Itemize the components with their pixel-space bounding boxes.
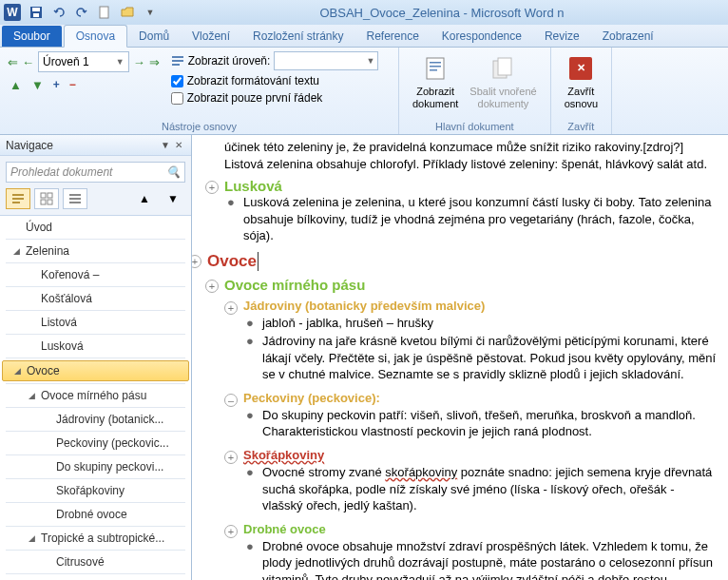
svg-rect-2 bbox=[33, 13, 39, 17]
expand-toggle[interactable] bbox=[224, 451, 238, 464]
bullet-icon: ● bbox=[243, 539, 257, 553]
demote-body-icon[interactable]: ⇒ bbox=[149, 55, 160, 69]
tab-file[interactable]: Soubor bbox=[2, 26, 62, 47]
tab-references[interactable]: Reference bbox=[354, 26, 430, 47]
nav-item-doskupiny[interactable]: Do skupiny peckovi... bbox=[0, 457, 191, 476]
nav-item-drobne[interactable]: Drobné ovoce bbox=[0, 505, 191, 524]
nav-close-icon[interactable]: ✕ bbox=[172, 139, 185, 152]
first-line-only-checkbox[interactable] bbox=[171, 92, 183, 105]
close-outline-button[interactable]: ✕ Zavřít osnovu bbox=[559, 51, 603, 112]
heading-ovoce: Ovoce bbox=[207, 252, 259, 271]
undo-icon[interactable] bbox=[49, 3, 68, 22]
expand-toggle[interactable] bbox=[224, 301, 238, 315]
svg-rect-10 bbox=[430, 69, 437, 71]
tab-layout[interactable]: Rozložení stránky bbox=[241, 26, 354, 47]
move-down-icon[interactable]: ▼ bbox=[31, 78, 44, 92]
promote-icon[interactable]: ← bbox=[22, 55, 34, 69]
nav-item-luskova[interactable]: Lusková bbox=[0, 337, 191, 356]
nav-item-listova[interactable]: Listová bbox=[0, 313, 191, 332]
svg-rect-9 bbox=[430, 66, 441, 68]
tab-mailings[interactable]: Korespondence bbox=[431, 26, 533, 47]
nav-item-citrusove[interactable]: Citrusové bbox=[0, 552, 191, 571]
nav-view-pages[interactable] bbox=[34, 188, 59, 209]
tab-outline[interactable]: Osnova bbox=[64, 25, 127, 48]
navigation-pane: Navigace ▼ ✕ Prohledat dokument 🔍 ▲ ▼ Úv… bbox=[0, 135, 192, 580]
group-label-master: Hlavní dokument bbox=[407, 119, 543, 132]
expand-toggle[interactable] bbox=[224, 394, 238, 407]
nav-search-input[interactable]: Prohledat dokument 🔍 bbox=[6, 162, 185, 183]
nav-item-kostalova[interactable]: Košťálová bbox=[0, 289, 191, 308]
show-level-row: Zobrazit úroveň: ▼ bbox=[171, 51, 379, 70]
nav-next-icon[interactable]: ▼ bbox=[161, 188, 185, 209]
tab-home[interactable]: Domů bbox=[127, 26, 181, 47]
expand-toggle[interactable] bbox=[192, 255, 201, 268]
close-outline-label: Zavřít osnovu bbox=[565, 86, 598, 110]
heading-skorapkoviny: Skořápkoviny bbox=[243, 448, 324, 462]
svg-rect-18 bbox=[41, 200, 46, 204]
nav-view-results[interactable] bbox=[63, 188, 87, 209]
nav-item-peckoviny[interactable]: Peckoviny (peckovic... bbox=[0, 434, 191, 453]
bullet-icon: ● bbox=[224, 195, 238, 209]
move-up-icon[interactable]: ▲ bbox=[10, 78, 22, 92]
nav-prev-icon[interactable]: ▲ bbox=[132, 188, 157, 209]
expand-icon[interactable]: + bbox=[53, 78, 60, 92]
collapse-icon[interactable]: − bbox=[69, 78, 76, 92]
nav-item-ostatni[interactable]: Ostatní druhy bbox=[0, 576, 191, 580]
document-area[interactable]: účinek této zeleniny je, že pravidelná k… bbox=[192, 135, 728, 580]
nav-item-uvod[interactable]: Úvod bbox=[0, 218, 191, 237]
ribbon: ⇐ ← Úroveň 1 ▼ → ⇒ ▲ ▼ + − bbox=[0, 48, 728, 135]
outline-level-value: Úroveň 1 bbox=[43, 55, 89, 68]
close-icon: ✕ bbox=[569, 57, 592, 80]
svg-rect-6 bbox=[172, 64, 180, 66]
expand-toggle[interactable] bbox=[205, 280, 219, 293]
save-icon[interactable] bbox=[27, 3, 46, 22]
nav-item-jadroviny[interactable]: Jádroviny (botanick... bbox=[0, 410, 191, 429]
show-formatting-checkbox[interactable] bbox=[171, 75, 183, 87]
collapse-subdocs-button: Sbalit vnořené dokumenty bbox=[464, 51, 542, 112]
chevron-down-icon: ▼ bbox=[116, 57, 125, 67]
svg-rect-12 bbox=[498, 58, 511, 75]
bullet-icon: ● bbox=[243, 334, 257, 348]
expand-toggle[interactable] bbox=[224, 525, 238, 538]
svg-rect-19 bbox=[48, 200, 52, 204]
body-text: Lusková zelenina je zelenina, u které js… bbox=[243, 194, 717, 244]
body-text: účinek této zeleniny je, že pravidelná k… bbox=[224, 139, 717, 172]
heading-drobne: Drobné ovoce bbox=[243, 522, 326, 536]
show-document-label: Zobrazit dokument bbox=[412, 86, 458, 110]
nav-item-tropicke[interactable]: ◢Tropické a subtropické... bbox=[0, 529, 191, 548]
body-text: Drobné ovoce obsahuje množství zdraví pr… bbox=[262, 538, 717, 580]
qat-dropdown-icon[interactable]: ▼ bbox=[141, 3, 160, 22]
nav-item-ovoce[interactable]: ◢Ovoce bbox=[2, 360, 189, 381]
heading-luskova: Lusková bbox=[224, 178, 282, 194]
redo-icon[interactable] bbox=[72, 3, 91, 22]
show-document-button[interactable]: Zobrazit dokument bbox=[407, 51, 464, 112]
svg-rect-8 bbox=[430, 62, 441, 64]
expand-toggle[interactable] bbox=[205, 181, 219, 194]
open-icon[interactable] bbox=[118, 3, 137, 22]
chevron-down-icon: ▼ bbox=[366, 56, 374, 66]
svg-rect-14 bbox=[12, 198, 24, 200]
heading-mirneho: Ovoce mírného pásu bbox=[224, 277, 365, 293]
group-outline-tools: ⇐ ← Úroveň 1 ▼ → ⇒ ▲ ▼ + − bbox=[0, 48, 399, 134]
show-level-dropdown[interactable]: ▼ bbox=[274, 51, 378, 70]
tab-insert[interactable]: Vložení bbox=[181, 26, 241, 47]
new-icon[interactable] bbox=[95, 3, 114, 22]
svg-rect-17 bbox=[48, 193, 52, 198]
svg-rect-22 bbox=[69, 202, 81, 203]
window-title: OBSAH_Ovoce_Zelenina - Microsoft Word n bbox=[160, 6, 724, 20]
svg-rect-16 bbox=[41, 193, 46, 198]
demote-icon[interactable]: → bbox=[133, 55, 145, 69]
tab-view[interactable]: Zobrazení bbox=[591, 26, 665, 47]
nav-menu-icon[interactable]: ▼ bbox=[159, 139, 172, 152]
nav-item-mirneho[interactable]: ◢Ovoce mírného pásu bbox=[0, 386, 191, 405]
tab-review[interactable]: Revize bbox=[533, 26, 591, 47]
outline-level-select[interactable]: Úroveň 1 ▼ bbox=[38, 51, 129, 72]
nav-item-zelenina[interactable]: ◢Zelenina bbox=[0, 242, 191, 261]
nav-item-korenova[interactable]: Kořenová – bbox=[0, 265, 191, 284]
promote-top-icon[interactable]: ⇐ bbox=[8, 55, 18, 69]
show-level-icon bbox=[171, 54, 184, 68]
word-icon: W bbox=[4, 4, 21, 21]
bullet-icon: ● bbox=[243, 465, 257, 479]
nav-view-headings[interactable] bbox=[6, 188, 30, 209]
nav-item-skorapkoviny[interactable]: Skořápkoviny bbox=[0, 481, 191, 500]
